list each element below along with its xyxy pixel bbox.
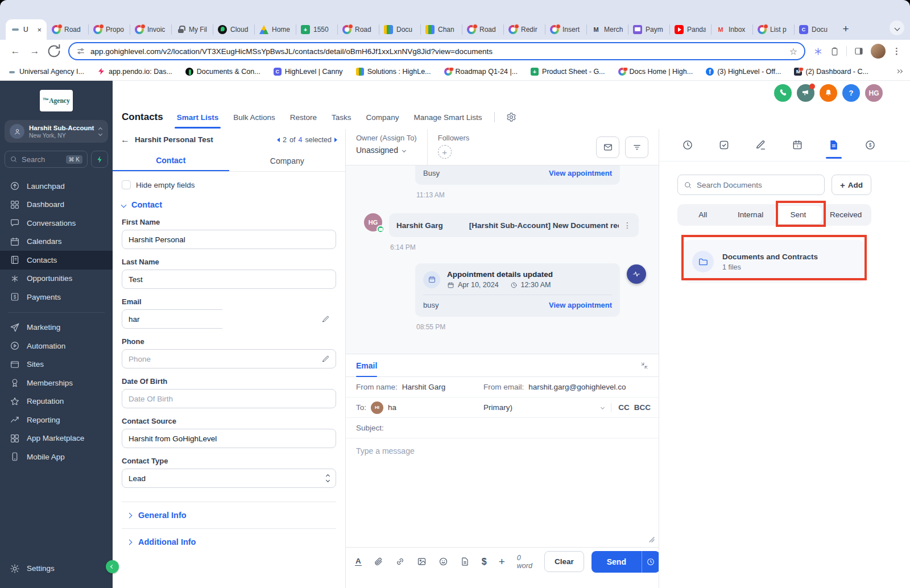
add-follower-button[interactable]: + [438,145,452,159]
pager-total[interactable]: 4 [298,136,302,144]
view-appointment-link[interactable]: View appointment [549,301,612,309]
browser-tab[interactable]: My Fil [171,19,213,40]
clear-button[interactable]: Clear [544,551,584,572]
bookmark-item[interactable]: (3) HighLevel - Off... [706,68,781,76]
email-action-button[interactable] [596,136,619,158]
sidebar-item-app-marketplace[interactable]: App Marketplace [0,429,113,448]
sidebar-item-dashboard[interactable]: Dashboard [0,196,113,214]
bookmark-item[interactable]: Universal Agency I... [8,68,84,76]
bookmark-item[interactable]: HighLevel | Canny [274,68,343,76]
browser-tab[interactable]: Paym [628,19,669,40]
browser-menu-icon[interactable]: ⋮ [892,46,901,56]
from-email-value[interactable]: harshit.garg@gohighlevel.co [528,383,626,391]
sidebar-item-contacts[interactable]: Contacts [0,251,113,270]
tab-payments-widget[interactable]: $ [864,139,876,151]
documents-search-input[interactable] [677,175,825,195]
phone-field[interactable]: Phone [122,349,336,368]
documents-search-field[interactable] [697,181,818,189]
hide-empty-checkbox[interactable] [122,180,131,189]
extension-clipboard-icon[interactable] [830,47,839,56]
bookmark-item[interactable]: (2) Dashboard - C... [794,68,868,76]
tab-manage-smart-lists[interactable]: Manage Smart Lists [413,113,482,122]
search-input[interactable]: Search ⌘ K [5,151,88,168]
filter-sent[interactable]: Sent [775,206,822,224]
browser-tab[interactable]: List p [752,19,794,40]
bcc-button[interactable]: BCC [634,403,651,412]
user-avatar[interactable]: HG [865,84,883,102]
sidebar-collapse-button[interactable] [106,560,119,573]
contact-section-toggle[interactable]: Contact [122,200,336,209]
sidebar-item-automation[interactable]: Automation [0,337,113,355]
tab-company-detail[interactable]: Company [229,150,346,171]
attachment-icon[interactable] [374,557,383,566]
activity-pulse-button[interactable] [627,264,646,284]
announcements-button[interactable] [797,84,814,102]
filter-all[interactable]: All [679,206,727,224]
bookmark-star-icon[interactable]: ☆ [789,46,797,57]
tab-restore[interactable]: Restore [290,113,317,122]
payment-request-icon[interactable]: $ [482,557,487,567]
back-button[interactable]: ← [7,45,24,57]
refresh-button[interactable] [46,43,63,60]
send-button[interactable]: Send [592,551,642,573]
filter-received[interactable]: Received [822,206,870,224]
browser-tab[interactable]: Merch [586,19,628,40]
first-name-field[interactable] [122,230,336,249]
tab-smart-lists[interactable]: Smart Lists [177,113,219,122]
contacts-settings-button[interactable] [494,112,516,122]
browser-tab[interactable]: Insert [545,19,586,40]
help-button[interactable]: ? [842,84,860,102]
bookmark-item[interactable]: Solutions : HighLe... [356,68,431,76]
sidebar-item-calendars[interactable]: Calendars [0,233,113,251]
browser-tab[interactable]: Propo [88,19,130,40]
sidebar-item-reputation[interactable]: Reputation [0,392,113,411]
browser-tab[interactable]: Invoic [130,19,171,40]
email-event-card[interactable]: Harshit Garg [Harshit Sub-Account] New D… [389,213,639,237]
browser-tab[interactable]: Road [462,19,503,40]
tab-documents[interactable] [828,139,839,151]
sidebar-item-sites[interactable]: Sites [0,355,113,374]
browser-tab[interactable]: Home [254,19,296,40]
sidebar-item-marketing[interactable]: Marketing [0,318,113,337]
side-panel-icon[interactable] [854,46,864,56]
contact-type-select[interactable]: Lead [122,469,336,488]
sidebar-item-reporting[interactable]: Reporting [0,411,113,429]
tab-history[interactable] [682,139,693,151]
browser-tab[interactable]: Road [47,19,88,40]
browser-tab[interactable]: 1550 [296,19,337,40]
browser-tab[interactable]: Chan [420,19,462,40]
pager-prev-icon[interactable] [277,138,280,142]
tab-tasks[interactable]: Tasks [332,113,351,122]
bookmark-item[interactable]: Roadmap Q1-24 |... [444,68,518,76]
sidebar-item-opportunities[interactable]: Opportunities [0,270,113,288]
browser-tab[interactable]: Inbox [711,19,752,40]
event-menu-icon[interactable]: ⋮ [619,221,631,230]
image-icon[interactable] [417,557,427,566]
sidebar-item-memberships[interactable]: Memberships [0,374,113,392]
from-name-value[interactable]: Harshit Garg [402,383,446,391]
tab-bulk-actions[interactable]: Bulk Actions [233,113,275,122]
notifications-button[interactable] [820,84,837,102]
quick-actions-button[interactable] [91,151,108,168]
general-info-toggle[interactable]: General Info [122,502,336,528]
sidebar-item-launchpad[interactable]: Launchpad [0,177,113,196]
extension-asterisk-icon[interactable] [813,47,823,56]
additional-info-toggle[interactable]: Additional Info [122,528,336,555]
tab-notes[interactable] [755,139,766,151]
more-tools-icon[interactable]: + [499,556,505,568]
sidebar-item-settings[interactable]: Settings [0,560,113,578]
add-document-button[interactable]: + Add [832,175,871,195]
template-icon[interactable] [460,557,470,566]
to-value[interactable]: ha [388,403,396,412]
edit-phone-icon[interactable] [321,355,330,363]
forward-button[interactable]: → [26,45,43,57]
browser-profile-avatar[interactable] [871,44,886,59]
edit-email-icon[interactable] [321,315,330,324]
bookmark-item[interactable]: Documents & Con... [185,68,260,76]
bookmark-item[interactable]: My Files [882,68,883,76]
browser-tab[interactable]: Road [337,19,379,40]
tab-company[interactable]: Company [366,113,399,122]
tab-tasks-widget[interactable] [718,139,730,151]
dob-field[interactable] [122,389,336,408]
filter-button[interactable] [625,136,648,158]
